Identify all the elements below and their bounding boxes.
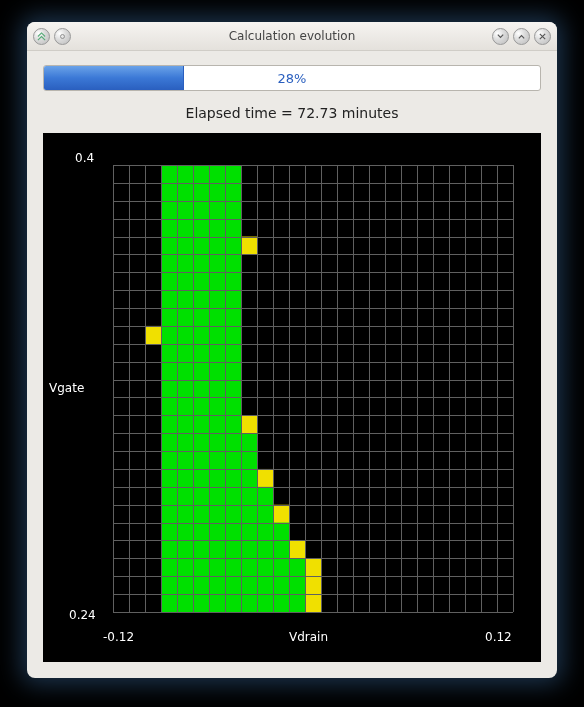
y-tick-top: 0.4 (75, 151, 94, 165)
svg-point-0 (61, 34, 65, 38)
x-axis-label: Vdrain (289, 630, 328, 644)
sticky-icon[interactable] (54, 28, 71, 45)
y-axis-label: Vgate (49, 381, 84, 395)
app-window: Calculation evolution 28% Elapsed time =… (27, 22, 557, 678)
window-content: 28% Elapsed time = 72.73 minutes Vgate V… (27, 51, 557, 678)
y-tick-bottom: 0.24 (69, 608, 96, 622)
progress-bar: 28% (43, 65, 541, 91)
elapsed-time-label: Elapsed time = 72.73 minutes (43, 105, 541, 121)
maximize-button[interactable] (513, 28, 530, 45)
progress-label: 28% (44, 66, 540, 90)
heatmap-plot: Vgate Vdrain 0.4 0.24 -0.12 0.12 (43, 133, 541, 662)
x-tick-right: 0.12 (485, 630, 512, 644)
x-tick-left: -0.12 (103, 630, 134, 644)
titlebar[interactable]: Calculation evolution (27, 22, 557, 51)
close-button[interactable] (534, 28, 551, 45)
app-menu-icon[interactable] (33, 28, 50, 45)
window-title: Calculation evolution (27, 29, 557, 43)
minimize-button[interactable] (492, 28, 509, 45)
heatmap-canvas (43, 133, 541, 662)
